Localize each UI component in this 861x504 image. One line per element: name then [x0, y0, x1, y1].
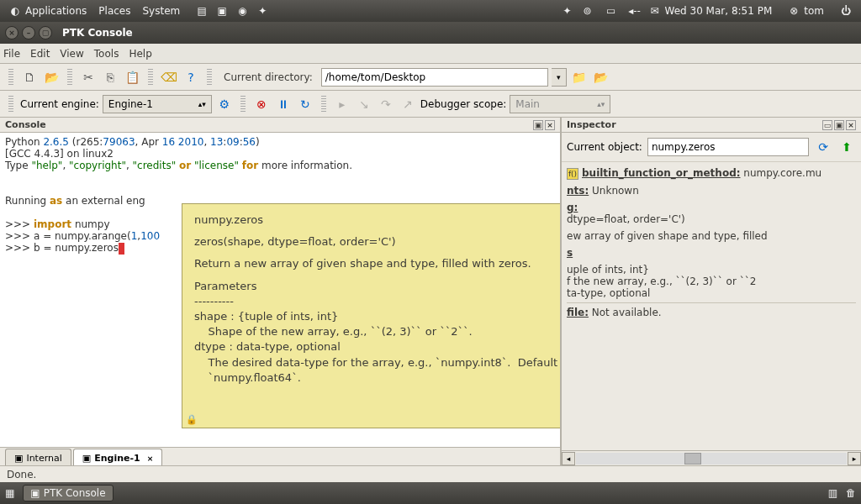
toolbar-handle[interactable]	[321, 96, 326, 113]
status-text: Done.	[7, 469, 36, 480]
toolbar-handle[interactable]	[8, 96, 13, 113]
applications-menu[interactable]: Applications	[25, 5, 87, 17]
status-bar: Done.	[0, 465, 861, 482]
calltip-title: numpy.zeros	[194, 213, 560, 228]
run-engine-icon[interactable]: ↻	[296, 95, 314, 113]
new-file-icon[interactable]: 🗋	[20, 68, 39, 87]
disc-applet-icon[interactable]: ◉	[235, 4, 249, 18]
debug-continue-icon: ▸	[333, 95, 351, 113]
copy-icon[interactable]: ⎘	[101, 68, 119, 87]
engine-select[interactable]: Engine-1▴▾	[103, 95, 212, 113]
tab-engine-1[interactable]: ▣Engine-1×	[73, 449, 162, 465]
toolbar-handle[interactable]	[148, 69, 153, 86]
clear-icon[interactable]: ⌫	[160, 68, 178, 87]
main-toolbar: 🗋 📂 ✂ ⎘ 📋 ⌫ ? Current directory: ▾ 📁 📂	[0, 64, 861, 91]
tab-close-icon[interactable]: ×	[147, 454, 154, 463]
window-titlebar[interactable]: × – ▢ PTK Console	[0, 22, 861, 44]
power-user-icon[interactable]: ⊗	[787, 4, 800, 18]
toolbar-handle[interactable]	[240, 96, 246, 113]
console-panel: Console ▣× Python 2.6.5 (r265:79063, Apr…	[0, 118, 562, 465]
shutdown-icon[interactable]: ⏻	[839, 4, 853, 18]
current-engine-label: Current engine:	[20, 98, 99, 110]
current-directory-input[interactable]	[321, 68, 548, 87]
engine-icon: ▣	[14, 453, 23, 464]
menu-file[interactable]: File	[3, 48, 20, 60]
directory-dropdown-button[interactable]: ▾	[552, 68, 567, 87]
window-maximize-button[interactable]: ▢	[39, 26, 52, 39]
inspector-panel: Inspector ▭▣× Current object: ⟳ ⬆ f()bui…	[562, 118, 861, 465]
menubar: File Edit View Tools Help	[0, 44, 861, 64]
console-panel-header[interactable]: Console ▣×	[0, 118, 560, 133]
browse-folder-icon[interactable]: 📁	[570, 68, 589, 87]
panel-maximize-icon[interactable]: ▣	[533, 120, 543, 130]
calltip-pin-icon[interactable]: 🔒	[186, 413, 198, 426]
calltip-params-header: Parameters	[194, 279, 560, 294]
engine-toolbar: Current engine: Engine-1▴▾ ⚙ ⊗ ⏸ ↻ ▸ ↘ ↷…	[0, 91, 861, 118]
gnome-bottom-panel: ▦ ▣ PTK Console ▥ 🗑	[0, 482, 861, 504]
calltip-signature: zeros(shape, dtype=float, order='C')	[194, 234, 560, 249]
ubuntu-logo-icon[interactable]: ◐	[8, 4, 22, 18]
monitor-applet-icon[interactable]: ▤	[195, 4, 209, 18]
mail-icon[interactable]: ✉	[648, 4, 662, 18]
workspace-switcher-icon[interactable]: ▥	[828, 487, 837, 499]
type-badge-icon: f()	[567, 168, 578, 180]
menu-tools[interactable]: Tools	[94, 48, 119, 60]
ptk-console-window: × – ▢ PTK Console File Edit View Tools H…	[0, 22, 861, 482]
debugger-scope-label: Debugger scope:	[420, 98, 506, 110]
current-directory-label: Current directory:	[224, 71, 313, 83]
object-type-label: builtin_function_or_method:	[582, 167, 741, 179]
scroll-thumb[interactable]	[684, 453, 701, 465]
go-up-icon[interactable]: ⬆	[837, 138, 856, 156]
toolbar-handle[interactable]	[8, 69, 13, 86]
window-close-button[interactable]: ×	[5, 26, 18, 39]
battery-icon[interactable]: ▭	[601, 4, 621, 18]
current-object-input[interactable]	[647, 138, 809, 156]
cut-icon[interactable]: ✂	[79, 68, 98, 87]
panel-restore-icon[interactable]: ▭	[822, 120, 832, 130]
calltip-popup: × numpy.zeros zeros(shape, dtype=float, …	[182, 203, 560, 428]
engine-settings-icon[interactable]: ⚙	[215, 95, 234, 113]
scroll-left-icon[interactable]: ◂	[562, 452, 575, 465]
engine-icon: ▣	[82, 453, 91, 464]
inspector-body: f()builtin_function_or_method: numpy.cor…	[562, 161, 861, 450]
toolbar-handle[interactable]	[207, 69, 212, 86]
wifi-icon[interactable]: ⊚	[581, 4, 594, 18]
help-icon[interactable]: ?	[182, 68, 200, 87]
panel-close-icon[interactable]: ×	[545, 120, 555, 130]
open-file-icon[interactable]: 📂	[42, 68, 61, 87]
console-output[interactable]: Python 2.6.5 (r265:79063, Apr 16 2010, 1…	[0, 133, 560, 447]
trash-icon[interactable]: 🗑	[846, 487, 856, 499]
user-name[interactable]: tom	[804, 5, 824, 17]
current-object-label: Current object:	[567, 141, 642, 153]
menu-help[interactable]: Help	[129, 48, 151, 60]
scroll-right-icon[interactable]: ▸	[848, 452, 861, 465]
tools-applet-icon[interactable]: ✦	[256, 4, 269, 18]
show-desktop-icon[interactable]: ▦	[5, 487, 14, 499]
gnome-top-panel: ◐ Applications Places System ▤ ▣ ◉ ✦ ✦ ⊚…	[0, 0, 861, 22]
places-menu[interactable]: Places	[98, 5, 130, 17]
up-folder-icon[interactable]: 📂	[592, 68, 610, 87]
debug-step-out-icon: ↗	[399, 95, 417, 113]
system-menu[interactable]: System	[142, 5, 180, 17]
terminal-applet-icon[interactable]: ▣	[215, 4, 229, 18]
clock[interactable]: Wed 30 Mar, 8:51 PM	[665, 5, 773, 17]
calltip-description: Return a new array of given shape and ty…	[194, 256, 560, 271]
refresh-icon[interactable]: ⟳	[814, 138, 832, 156]
menu-view[interactable]: View	[60, 48, 83, 60]
pause-engine-icon[interactable]: ⏸	[274, 95, 293, 113]
toolbar-handle[interactable]	[67, 69, 72, 86]
app-icon: ▣	[30, 487, 40, 499]
inspector-hscrollbar[interactable]: ◂ ▸	[562, 450, 861, 465]
scope-select[interactable]: Main▴▾	[510, 95, 610, 113]
menu-edit[interactable]: Edit	[30, 48, 50, 60]
stop-engine-icon[interactable]: ⊗	[252, 95, 271, 113]
updates-icon[interactable]: ✦	[561, 4, 574, 18]
window-minimize-button[interactable]: –	[22, 26, 35, 39]
tab-internal[interactable]: ▣Internal	[5, 449, 71, 465]
taskbar-item-ptk-console[interactable]: ▣ PTK Console	[23, 485, 113, 501]
inspector-panel-header[interactable]: Inspector ▭▣×	[562, 118, 861, 133]
panel-close-icon[interactable]: ×	[846, 120, 856, 130]
panel-maximize-icon[interactable]: ▣	[834, 120, 844, 130]
volume-icon[interactable]: ◂--	[628, 4, 642, 18]
paste-icon[interactable]: 📋	[123, 68, 141, 87]
